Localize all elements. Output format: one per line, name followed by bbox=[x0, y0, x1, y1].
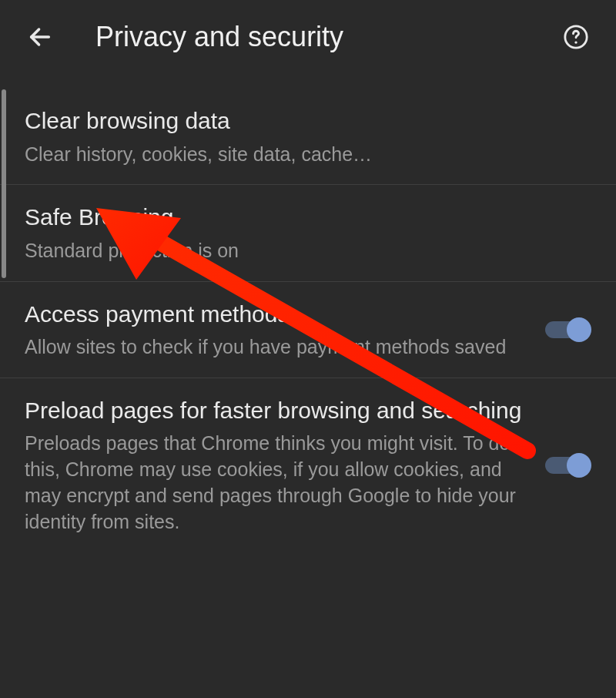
payment-methods-toggle[interactable] bbox=[542, 314, 591, 345]
item-desc: Allow sites to check if you have payment… bbox=[25, 334, 527, 361]
item-text: Clear browsing data Clear history, cooki… bbox=[25, 106, 591, 167]
item-title: Safe Browsing bbox=[25, 202, 576, 233]
settings-list: Clear browsing data Clear history, cooki… bbox=[0, 73, 616, 552]
toggle-thumb bbox=[567, 317, 591, 342]
back-arrow-icon bbox=[27, 24, 53, 50]
access-payment-methods-item[interactable]: Access payment methods Allow sites to ch… bbox=[0, 282, 616, 378]
item-desc: Preloads pages that Chrome thinks you mi… bbox=[25, 431, 527, 535]
svg-point-2 bbox=[574, 41, 577, 43]
header: Privacy and security bbox=[0, 0, 616, 73]
item-title: Access payment methods bbox=[25, 299, 527, 331]
item-title: Clear browsing data bbox=[25, 106, 576, 137]
item-text: Safe Browsing Standard protection is on bbox=[25, 202, 591, 263]
help-button[interactable] bbox=[559, 20, 593, 54]
help-icon bbox=[563, 24, 589, 50]
scroll-indicator bbox=[2, 89, 6, 278]
clear-browsing-data-item[interactable]: Clear browsing data Clear history, cooki… bbox=[0, 89, 616, 185]
item-text: Preload pages for faster browsing and se… bbox=[25, 395, 542, 535]
item-desc: Clear history, cookies, site data, cache… bbox=[25, 142, 576, 168]
safe-browsing-item[interactable]: Safe Browsing Standard protection is on bbox=[0, 185, 616, 281]
page-title: Privacy and security bbox=[95, 21, 559, 53]
item-text: Access payment methods Allow sites to ch… bbox=[25, 299, 542, 361]
back-button[interactable] bbox=[23, 20, 57, 54]
item-title: Preload pages for faster browsing and se… bbox=[25, 395, 527, 427]
preload-pages-item[interactable]: Preload pages for faster browsing and se… bbox=[0, 378, 616, 552]
preload-pages-toggle[interactable] bbox=[542, 450, 591, 481]
item-desc: Standard protection is on bbox=[25, 238, 576, 264]
toggle-thumb bbox=[567, 453, 591, 478]
